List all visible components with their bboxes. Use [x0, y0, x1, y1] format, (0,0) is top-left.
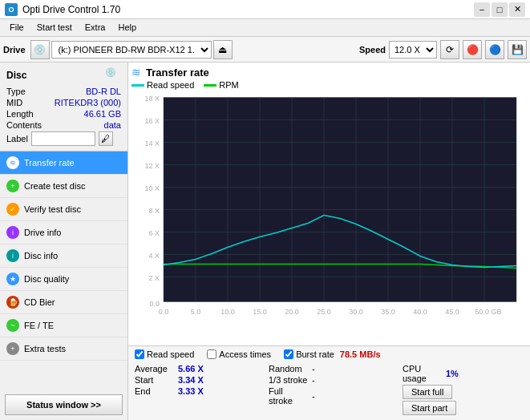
- app-title: Opti Drive Control 1.70: [22, 4, 120, 15]
- legend-rpm: RPM: [204, 80, 238, 90]
- transfer-rate-icon: ≋: [6, 156, 19, 169]
- settings-button1[interactable]: 🔴: [463, 40, 482, 59]
- start-part-button[interactable]: Start part: [403, 401, 456, 415]
- full-stroke-value: -: [312, 391, 344, 401]
- start-full-button[interactable]: Start full: [403, 385, 452, 399]
- fe-te-icon: ~: [6, 319, 19, 332]
- sidebar-item-fe-te[interactable]: ~ FE / TE: [0, 314, 127, 337]
- read-speed-check-label: Read speed: [147, 349, 194, 359]
- svg-text:18 X: 18 X: [144, 95, 160, 103]
- chart-title-bar: ≋ Transfer rate: [131, 66, 527, 79]
- svg-text:40.0: 40.0: [413, 308, 427, 316]
- menu-help[interactable]: Help: [111, 21, 143, 34]
- svg-text:16 X: 16 X: [144, 117, 160, 125]
- stats-row-full-stroke: Full stroke -: [269, 386, 390, 406]
- status-window-button[interactable]: Status window >>: [5, 394, 123, 415]
- sidebar-item-disc-info[interactable]: i Disc info: [0, 244, 127, 268]
- menu-file[interactable]: File: [3, 21, 30, 34]
- sidebar-item-transfer-rate[interactable]: ≋ Transfer rate: [0, 151, 127, 175]
- sidebar-item-label-transfer-rate: Transfer rate: [24, 158, 75, 168]
- sidebar-item-verify-test-disc[interactable]: ✓ Verify test disc: [0, 198, 127, 221]
- sidebar-item-drive-info[interactable]: i Drive info: [0, 221, 127, 244]
- drive-info-icon: i: [6, 226, 19, 239]
- disc-mid-row: MID RITEKDR3 (000): [6, 98, 121, 107]
- end-value: 3.33 X: [178, 386, 210, 396]
- sidebar-item-create-test-disc[interactable]: + Create test disc: [0, 175, 127, 198]
- svg-text:8 X: 8 X: [148, 207, 160, 215]
- access-times-check-label: Access times: [219, 349, 271, 359]
- svg-text:0.0: 0.0: [159, 308, 169, 316]
- end-label: End: [135, 386, 175, 396]
- legend-read-speed-label: Read speed: [147, 80, 194, 90]
- access-times-checkbox[interactable]: [207, 349, 216, 359]
- close-button[interactable]: ✕: [509, 2, 525, 17]
- menu-extra[interactable]: Extra: [79, 21, 112, 34]
- disc-length-label: Length: [6, 109, 34, 119]
- sidebar-item-label-cd-bier: CD Bier: [24, 297, 55, 307]
- svg-text:50.0 GB: 50.0 GB: [475, 308, 501, 316]
- minimize-button[interactable]: −: [474, 2, 490, 17]
- stats-row-start: Start 3.34 X: [135, 375, 256, 385]
- sidebar-item-label-disc-quality: Disc quality: [24, 274, 69, 284]
- legend-rpm-label: RPM: [219, 80, 238, 90]
- disc-icon[interactable]: 💿: [105, 67, 121, 83]
- sidebar-item-label-fe-te: FE / TE: [24, 321, 54, 330]
- speed-combo[interactable]: 12.0 X ↓: [389, 41, 437, 59]
- svg-text:5.0: 5.0: [191, 308, 201, 316]
- transfer-rate-chart: 18 X 16 X 14 X 12 X 10 X 8 X 6 X 4 X 2 X…: [131, 91, 524, 332]
- chart-icon: ≋: [131, 66, 141, 79]
- cd-bier-icon: 🍺: [6, 296, 19, 309]
- save-button[interactable]: 💾: [508, 40, 527, 59]
- stats-row-start-part: Start part: [403, 401, 524, 415]
- svg-text:0.0: 0.0: [149, 300, 160, 308]
- sidebar-item-extra-tests[interactable]: + Extra tests: [0, 337, 127, 361]
- disc-label-input[interactable]: [31, 131, 95, 146]
- stats-row-random: Random -: [269, 364, 390, 374]
- sidebar: Disc 💿 Type BD-R DL MID RITEKDR3 (000) L…: [0, 63, 128, 420]
- stats-row-end: End 3.33 X: [135, 386, 256, 396]
- average-label: Average: [135, 364, 175, 374]
- chart-title: Transfer rate: [146, 67, 209, 79]
- svg-rect-0: [164, 98, 516, 302]
- disc-type-label: Type: [6, 87, 26, 96]
- refresh-button[interactable]: ⟳: [440, 40, 459, 59]
- disc-label-button[interactable]: 🖋: [99, 131, 113, 146]
- menu-start-test[interactable]: Start test: [30, 21, 79, 34]
- sidebar-item-label-drive-info: Drive info: [24, 228, 61, 237]
- drive-icon-btn[interactable]: 💿: [30, 40, 50, 59]
- one-third-stroke-value: -: [312, 375, 344, 385]
- drive-combo[interactable]: (k:) PIONEER BD-RW BDR-X12 1.03: [51, 41, 212, 59]
- content-area: ≋ Transfer rate Read speed RPM: [128, 63, 530, 420]
- stats-rows: Average 5.66 X Start 3.34 X End 3.33 X: [135, 362, 524, 417]
- disc-info-icon: i: [6, 249, 19, 262]
- stats-checkboxes: Read speed Access times Burst rate 78.5 …: [135, 349, 524, 359]
- svg-text:2 X: 2 X: [148, 274, 160, 282]
- one-third-stroke-label: 1/3 stroke: [269, 375, 309, 385]
- chart-container: ≋ Transfer rate Read speed RPM: [128, 63, 530, 345]
- sidebar-item-disc-quality[interactable]: ★ Disc quality: [0, 268, 127, 291]
- svg-text:14 X: 14 X: [144, 139, 160, 147]
- settings-button2[interactable]: 🔵: [485, 40, 504, 59]
- burst-rate-checkbox[interactable]: [284, 349, 293, 359]
- disc-mid-value: RITEKDR3 (000): [55, 98, 121, 107]
- speed-label: Speed: [359, 45, 386, 55]
- chart-legend: Read speed RPM: [131, 80, 527, 90]
- sidebar-item-cd-bier[interactable]: 🍺 CD Bier: [0, 291, 127, 314]
- svg-text:10.0: 10.0: [220, 308, 235, 316]
- eject-button[interactable]: ⏏: [213, 40, 233, 59]
- svg-text:4 X: 4 X: [148, 252, 160, 260]
- random-label: Random: [269, 364, 309, 374]
- maximize-button[interactable]: □: [492, 2, 508, 17]
- main-area: Disc 💿 Type BD-R DL MID RITEKDR3 (000) L…: [0, 63, 530, 420]
- drive-label: Drive: [3, 45, 26, 55]
- disc-type-value: BD-R DL: [86, 87, 121, 96]
- toolbar: Drive 💿 (k:) PIONEER BD-RW BDR-X12 1.03 …: [0, 37, 530, 63]
- average-value: 5.66 X: [178, 364, 210, 374]
- nav-items: ≋ Transfer rate + Create test disc ✓ Ver…: [0, 151, 127, 390]
- disc-label-label: Label: [6, 134, 28, 143]
- burst-rate-check-label: Burst rate: [296, 349, 334, 359]
- read-speed-checkbox[interactable]: [135, 349, 144, 359]
- stats-col-3: CPU usage 1% Start full Start part: [403, 362, 524, 417]
- svg-text:20.0: 20.0: [285, 308, 299, 316]
- start-value: 3.34 X: [178, 375, 210, 385]
